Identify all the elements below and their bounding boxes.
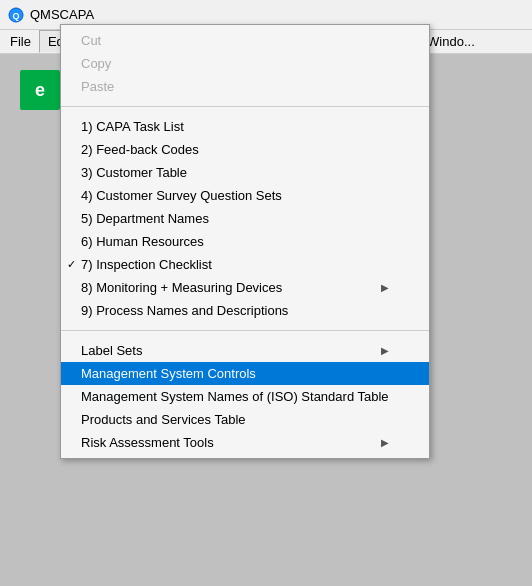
separator-2 <box>61 330 429 331</box>
management-system-names-item[interactable]: Management System Names of (ISO) Standar… <box>61 385 429 408</box>
customer-survey-item[interactable]: 4) Customer Survey Question Sets <box>61 184 429 207</box>
label-sets-item[interactable]: Label Sets ▶ <box>61 339 429 362</box>
submenu-arrow-label-sets: ▶ <box>381 345 389 356</box>
monitoring-devices-item[interactable]: 8) Monitoring + Measuring Devices ▶ <box>61 276 429 299</box>
clipboard-section: Cut Copy Paste <box>61 25 429 102</box>
app-icon: Q <box>8 7 24 23</box>
cut-item[interactable]: Cut <box>61 29 429 52</box>
risk-assessment-item[interactable]: Risk Assessment Tools ▶ <box>61 431 429 454</box>
feed-back-codes-item[interactable]: 2) Feed-back Codes <box>61 138 429 161</box>
process-names-item[interactable]: 9) Process Names and Descriptions <box>61 299 429 322</box>
customer-table-item[interactable]: 3) Customer Table <box>61 161 429 184</box>
additional-section: Label Sets ▶ Management System Controls … <box>61 335 429 458</box>
capa-task-list-item[interactable]: 1) CAPA Task List <box>61 115 429 138</box>
submenu-arrow-monitoring: ▶ <box>381 282 389 293</box>
table-items-section: 1) CAPA Task List 2) Feed-back Codes 3) … <box>61 111 429 326</box>
menu-file[interactable]: File <box>2 30 39 53</box>
app-title: QMSCAPA <box>30 7 94 22</box>
inspection-checklist-item[interactable]: ✓ 7) Inspection Checklist <box>61 253 429 276</box>
app-logo-area: e <box>20 70 60 110</box>
department-names-item[interactable]: 5) Department Names <box>61 207 429 230</box>
svg-text:Q: Q <box>12 11 19 21</box>
edit-tables-dropdown: Cut Copy Paste 1) CAPA Task List 2) Feed… <box>60 24 430 459</box>
paste-item[interactable]: Paste <box>61 75 429 98</box>
submenu-arrow-risk: ▶ <box>381 437 389 448</box>
check-icon: ✓ <box>67 258 76 271</box>
separator-1 <box>61 106 429 107</box>
copy-item[interactable]: Copy <box>61 52 429 75</box>
human-resources-item[interactable]: 6) Human Resources <box>61 230 429 253</box>
management-system-controls-item[interactable]: Management System Controls <box>61 362 429 385</box>
products-services-item[interactable]: Products and Services Table <box>61 408 429 431</box>
app-logo-letter: e <box>35 80 45 101</box>
